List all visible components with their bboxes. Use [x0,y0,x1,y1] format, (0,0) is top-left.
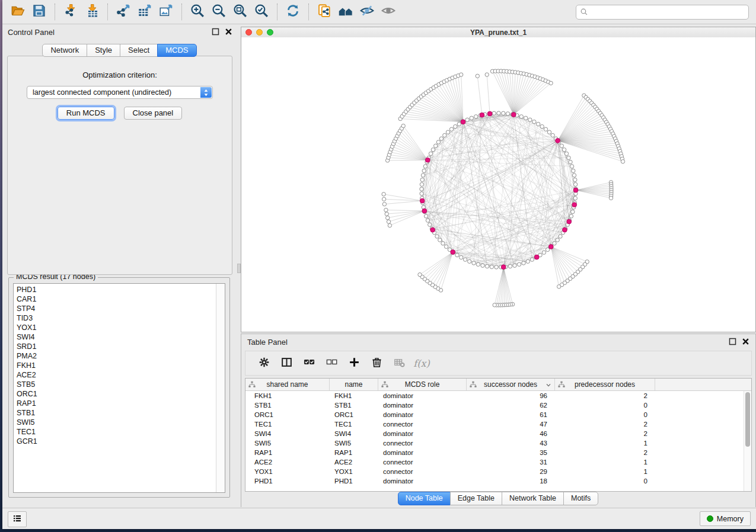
open-session-button[interactable] [8,2,27,21]
table-scrollbar[interactable] [744,391,751,491]
network-node[interactable] [556,238,559,242]
network-node[interactable] [526,259,529,263]
network-leaf-node[interactable] [609,196,613,200]
table-row[interactable]: FKH1FKH1dominator962 [245,391,751,400]
table-row[interactable]: SWI5SWI5connector431 [245,438,751,448]
network-node[interactable] [544,127,547,131]
network-node[interactable] [522,261,525,265]
network-node[interactable] [506,112,509,116]
table-row[interactable]: ACE2ACE2connector311 [245,457,751,467]
network-node[interactable] [455,253,459,257]
network-node[interactable] [423,165,427,168]
mcds-hub-node[interactable] [480,113,484,117]
network-leaf-node[interactable] [382,197,385,201]
network-node[interactable] [420,178,424,181]
network-node[interactable] [562,148,566,152]
network-node[interactable] [547,130,551,134]
add-column-button[interactable] [346,355,362,371]
column-header-MCDS-role[interactable]: MCDS role [378,379,467,390]
network-leaf-node[interactable] [388,223,391,227]
mcds-result-item[interactable]: STP4 [14,304,216,313]
network-leaf-node[interactable] [557,285,561,289]
tab-node-table[interactable]: Node Table [398,492,451,505]
network-node[interactable] [420,192,423,196]
table-float-icon[interactable] [729,338,736,345]
network-leaf-node[interactable] [621,159,624,163]
table-close-icon[interactable] [742,338,749,345]
mcds-hub-node[interactable] [487,111,492,116]
mcds-result-item[interactable]: CAR1 [14,294,216,304]
mcds-hub-node[interactable] [563,227,567,232]
delete-table-button[interactable] [391,355,407,371]
delete-column-button[interactable] [369,355,384,371]
network-node[interactable] [460,255,463,259]
mcds-hub-node[interactable] [451,250,455,255]
mcds-result-item[interactable]: PHD1 [14,285,216,294]
mcds-hub-node[interactable] [422,209,427,213]
network-node[interactable] [519,115,523,118]
network-node[interactable] [424,214,428,218]
mcds-result-item[interactable]: TEC1 [14,427,216,437]
network-node[interactable] [571,210,575,213]
network-node[interactable] [524,116,528,120]
network-node[interactable] [449,127,453,131]
mcds-hub-node[interactable] [573,188,578,193]
tab-select[interactable]: Select [120,44,158,57]
tab-edge-table[interactable]: Edge Table [450,492,502,505]
network-node[interactable] [474,115,478,118]
mcds-hub-node[interactable] [567,219,572,224]
network-node[interactable] [422,169,426,172]
network-node[interactable] [508,264,512,268]
zoom-selected-button[interactable] [252,2,271,21]
mcds-result-item[interactable]: SWI4 [14,332,216,342]
show-graphics-details-button[interactable] [379,2,398,21]
network-leaf-node[interactable] [493,303,496,307]
mcds-hub-node[interactable] [534,255,539,259]
zoom-in-button[interactable] [188,2,207,21]
network-node[interactable] [463,258,467,261]
network-node[interactable] [528,118,532,121]
network-node[interactable] [570,165,573,168]
network-node[interactable] [540,124,544,128]
table-scrollbar-thumb[interactable] [745,392,750,447]
network-leaf-node[interactable] [418,273,422,276]
search-input[interactable] [589,7,748,18]
mcds-result-item[interactable]: GCR1 [14,437,216,446]
close-panel-button[interactable]: Close panel [124,107,183,120]
show-neighbors-button[interactable] [336,2,355,21]
network-node[interactable] [572,169,575,172]
column-header-predecessor-nodes[interactable]: predecessor nodes [555,379,655,390]
network-node[interactable] [573,178,577,181]
deselect-all-button[interactable] [324,355,339,371]
network-leaf-node[interactable] [386,216,390,220]
duplicate-network-button[interactable] [315,2,334,21]
network-node[interactable] [434,144,438,148]
network-node[interactable] [567,156,570,159]
network-node[interactable] [454,124,457,128]
network-node[interactable] [537,122,540,126]
mcds-result-item[interactable]: FKH1 [14,361,216,370]
network-node[interactable] [468,259,471,263]
mcds-hub-node[interactable] [430,227,435,232]
network-node[interactable] [446,130,449,134]
mcds-result-item[interactable]: STB5 [14,380,216,389]
mcds-hub-node[interactable] [511,113,516,117]
mcds-result-item[interactable]: ORC1 [14,389,216,399]
network-node[interactable] [532,120,536,123]
export-image-button[interactable] [157,2,176,21]
table-row[interactable]: SWI4SWI4dominator462 [245,429,751,438]
network-leaf-node[interactable] [382,202,386,206]
import-table-button[interactable] [82,2,101,21]
network-node[interactable] [573,196,577,200]
table-row[interactable]: PHD1PHD1dominator180 [245,476,751,486]
network-leaf-node[interactable] [401,124,405,127]
network-leaf-node[interactable] [387,220,390,223]
column-header-successor-nodes[interactable]: successor nodes [467,379,555,390]
network-node[interactable] [429,152,432,155]
network-node[interactable] [560,144,563,148]
mcds-hub-node[interactable] [548,245,553,249]
network-node[interactable] [485,264,489,268]
network-node[interactable] [559,235,562,238]
network-leaf-node[interactable] [460,73,463,76]
float-panel-icon[interactable] [212,28,219,36]
